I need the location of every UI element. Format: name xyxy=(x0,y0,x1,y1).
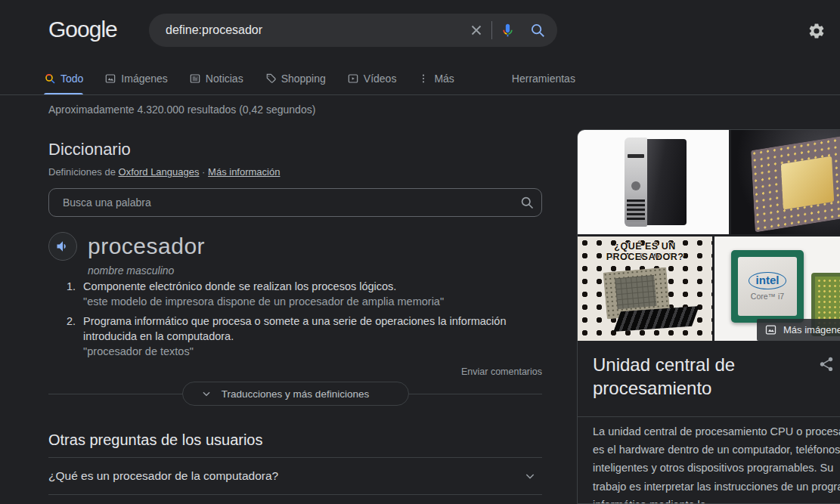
gear-icon[interactable] xyxy=(807,22,827,42)
panel-divider xyxy=(578,416,840,417)
image-caption-text: ¿Qué es un procesador? xyxy=(578,241,712,262)
source-prefix: Definiciones de xyxy=(48,166,116,178)
definition-item: 1. Componente electrónico donde se reali… xyxy=(67,279,520,309)
translations-expander-button[interactable]: Traducciones y más definiciones xyxy=(182,382,409,406)
clear-icon[interactable] xyxy=(461,14,491,47)
definition-text: Componente electrónico donde se realizan… xyxy=(83,280,396,292)
intel-chip-illustration: intel Core™ i7 xyxy=(731,250,804,323)
tab-todo[interactable]: Todo xyxy=(44,66,92,95)
send-feedback-link[interactable]: Enviar comentarios xyxy=(461,366,542,377)
intel-model-text: Core™ i7 xyxy=(751,292,784,301)
source-separator: · xyxy=(202,166,205,178)
image-cpu-gold-pins[interactable] xyxy=(731,130,840,234)
image-icon xyxy=(764,323,777,336)
dictionary-search-box[interactable] xyxy=(48,188,542,217)
dictionary-source: Definiciones de Oxford Languages · Más i… xyxy=(48,166,280,178)
search-input[interactable] xyxy=(149,23,461,37)
intel-logo-text: intel xyxy=(749,272,787,289)
tab-label: Shopping xyxy=(281,73,326,85)
share-icon[interactable] xyxy=(818,356,835,373)
results-column: Aproximadamente 4.320.000 resultados (0,… xyxy=(48,104,542,504)
result-stats: Aproximadamente 4.320.000 resultados (0,… xyxy=(48,104,315,116)
part-of-speech: nombre masculino xyxy=(88,264,174,277)
people-also-ask-question[interactable]: ¿Qué es un procesador de la computadora? xyxy=(48,458,542,494)
search-icon[interactable] xyxy=(522,14,553,47)
definition-example: "procesador de textos" xyxy=(83,345,194,357)
mic-icon[interactable] xyxy=(492,14,522,47)
more-info-link[interactable]: Más información xyxy=(208,166,280,178)
google-logo[interactable]: Google xyxy=(48,17,117,42)
tab-label: Todo xyxy=(60,73,83,85)
tab-shopping[interactable]: Shopping xyxy=(265,66,335,95)
image-que-es-un-procesador[interactable]: ¿Qué es un procesador? xyxy=(578,237,712,341)
more-images-label: Más imágenes xyxy=(783,324,840,335)
expander-label: Traducciones y más definiciones xyxy=(222,388,369,400)
search-icon[interactable] xyxy=(513,195,541,210)
knowledge-panel-image-grid: ¿Qué es un procesador? intel Core™ i7 Má… xyxy=(578,130,840,341)
dictionary-search-input[interactable] xyxy=(49,196,513,209)
more-images-button[interactable]: Más imágenes xyxy=(757,319,840,341)
chevron-down-icon xyxy=(201,388,212,399)
gold-cpu-illustration xyxy=(751,133,840,232)
image-desktop-tower[interactable] xyxy=(578,130,729,234)
results-tab-bar: Todo Imágenes Noticias Shopping Vídeos M… xyxy=(44,66,575,95)
tab-label: Imágenes xyxy=(121,73,167,85)
tab-videos[interactable]: Vídeos xyxy=(347,66,406,95)
tab-label: Más xyxy=(434,73,454,85)
knowledge-panel: ¿Qué es un procesador? intel Core™ i7 Má… xyxy=(577,129,840,504)
desktop-tower-illustration xyxy=(621,138,688,227)
speaker-icon[interactable] xyxy=(48,232,77,261)
definition-text: Programa informático que procesa o somet… xyxy=(83,315,506,342)
translations-expander-row: Traducciones y más definiciones xyxy=(48,382,542,406)
knowledge-panel-title: Unidad central de procesamiento xyxy=(593,353,770,400)
divider xyxy=(48,494,542,495)
search-bar[interactable] xyxy=(149,14,557,47)
tab-noticias[interactable]: Noticias xyxy=(189,66,253,95)
definition-example: "este modelo de impresora dispone de un … xyxy=(83,295,444,308)
oxford-languages-link[interactable]: Oxford Languages xyxy=(119,166,200,178)
knowledge-panel-description: La unidad central de procesamiento CPU o… xyxy=(578,410,840,504)
tab-mas[interactable]: Más xyxy=(417,66,463,95)
definition-number: 2. xyxy=(67,314,76,359)
definition-item: 2. Programa informático que procesa o so… xyxy=(67,314,520,359)
question-text: ¿Qué es un procesador de la computadora? xyxy=(48,469,278,483)
header-divider xyxy=(0,94,840,95)
tab-label: Noticias xyxy=(206,73,243,85)
chevron-down-icon xyxy=(524,470,536,482)
tab-label: Vídeos xyxy=(364,73,397,85)
tab-imagenes[interactable]: Imágenes xyxy=(104,66,176,95)
dictionary-title: Diccionario xyxy=(48,140,131,159)
definition-number: 1. xyxy=(67,279,76,309)
headword: procesador xyxy=(88,233,205,259)
people-also-ask-title: Otras preguntas de los usuarios xyxy=(48,431,263,449)
tools-button[interactable]: Herramientas xyxy=(512,73,575,89)
